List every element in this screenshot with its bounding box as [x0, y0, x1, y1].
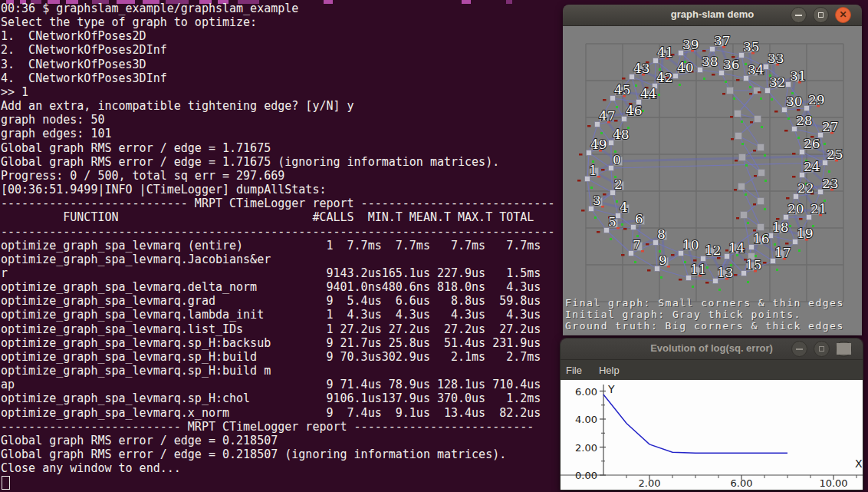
plot-window-titlebar[interactable]: Evolution of log(sq. error) ✕	[561, 338, 863, 360]
svg-text:14: 14	[728, 240, 745, 256]
graph-window-titlebar[interactable]: graph-slam demo ✕	[563, 5, 862, 26]
error-plot-area[interactable]: 0.002.004.006.002.006.0010.00YX	[561, 380, 863, 490]
close-icon: ✕	[837, 343, 851, 355]
close-icon: ✕	[836, 9, 850, 21]
svg-text:38: 38	[702, 54, 718, 69]
error-plot-canvas: 0.002.004.006.002.006.0010.00YX	[561, 380, 863, 490]
svg-text:2.00: 2.00	[575, 442, 597, 454]
svg-text:X: X	[855, 457, 863, 470]
svg-text:17: 17	[774, 245, 791, 260]
svg-text:20: 20	[787, 201, 804, 216]
svg-text:Y: Y	[607, 383, 615, 395]
svg-text:21: 21	[810, 201, 827, 216]
svg-text:4.00: 4.00	[575, 414, 597, 425]
svg-text:3: 3	[593, 193, 601, 208]
svg-text:32: 32	[769, 74, 786, 90]
svg-text:30: 30	[786, 94, 803, 109]
svg-text:27: 27	[822, 119, 839, 134]
menu-help[interactable]: Help	[599, 365, 620, 376]
maximize-button[interactable]	[814, 341, 830, 357]
svg-text:37: 37	[714, 33, 731, 48]
error-plot-window: Evolution of log(sq. error) ✕ File Help …	[560, 338, 863, 490]
svg-text:40: 40	[677, 60, 694, 75]
svg-text:24: 24	[804, 159, 820, 174]
svg-text:22: 22	[797, 180, 814, 196]
svg-text:12: 12	[705, 243, 722, 258]
svg-text:43: 43	[633, 61, 650, 76]
svg-text:23: 23	[822, 176, 839, 191]
svg-text:35: 35	[743, 39, 760, 54]
svg-text:41: 41	[657, 45, 674, 60]
svg-text:1: 1	[589, 163, 597, 178]
menu-file[interactable]: File	[566, 365, 582, 376]
svg-text:0.00: 0.00	[575, 470, 597, 481]
svg-text:15: 15	[745, 257, 762, 272]
graph-3d-viewport[interactable]: 0123456789101112131415161718192021222324…	[563, 26, 862, 335]
close-button[interactable]: ✕	[836, 341, 852, 357]
maximize-icon	[819, 346, 824, 352]
svg-text:48: 48	[613, 127, 630, 142]
svg-text:10.00: 10.00	[819, 477, 847, 489]
close-button[interactable]: ✕	[835, 7, 851, 23]
svg-text:47: 47	[599, 108, 616, 124]
minimize-icon	[795, 15, 802, 16]
svg-text:6.00: 6.00	[575, 386, 597, 398]
graph-slam-demo-window: graph-slam demo ✕ 0123456789101112131415…	[563, 5, 862, 335]
svg-text:4: 4	[620, 200, 628, 215]
svg-text:0: 0	[613, 152, 621, 167]
svg-text:31: 31	[790, 68, 807, 84]
svg-text:16: 16	[753, 231, 770, 246]
minimize-icon	[796, 348, 803, 350]
svg-text:6.00: 6.00	[731, 477, 753, 489]
svg-text:18: 18	[772, 220, 789, 235]
svg-text:28: 28	[796, 113, 813, 128]
terminal-output: 00:36 $ graphslam_example/graphslam_exam…	[1, 2, 554, 475]
svg-text:19: 19	[797, 226, 814, 241]
graph-legend-text: Final graph: Small corners & thin edges …	[565, 297, 844, 332]
svg-text:42: 42	[656, 70, 673, 85]
svg-text:2.00: 2.00	[639, 477, 661, 489]
maximize-button[interactable]	[813, 7, 829, 23]
svg-text:11: 11	[690, 262, 707, 277]
svg-text:25: 25	[827, 147, 843, 162]
svg-text:39: 39	[682, 37, 699, 52]
svg-text:6: 6	[635, 211, 643, 226]
minimize-button[interactable]	[791, 7, 807, 23]
menu-bar: File Help	[561, 360, 863, 380]
svg-text:7: 7	[633, 237, 641, 253]
svg-text:29: 29	[808, 92, 825, 107]
svg-text:26: 26	[804, 136, 820, 151]
svg-text:34: 34	[748, 62, 764, 78]
svg-text:9: 9	[659, 253, 667, 268]
svg-text:10: 10	[682, 237, 699, 253]
svg-text:2: 2	[614, 177, 623, 192]
terminal-cursor	[2, 476, 10, 490]
minimize-button[interactable]	[791, 341, 807, 357]
maximize-icon	[818, 12, 824, 18]
svg-text:36: 36	[723, 57, 740, 72]
svg-text:46: 46	[626, 103, 643, 118]
svg-text:45: 45	[614, 82, 631, 97]
svg-text:13: 13	[717, 265, 734, 280]
graph-canvas: 0123456789101112131415161718192021222324…	[563, 26, 862, 335]
svg-text:33: 33	[768, 51, 784, 66]
svg-text:49: 49	[590, 137, 607, 152]
svg-text:44: 44	[640, 86, 657, 101]
svg-text:5: 5	[608, 214, 616, 229]
svg-text:8: 8	[657, 226, 666, 242]
